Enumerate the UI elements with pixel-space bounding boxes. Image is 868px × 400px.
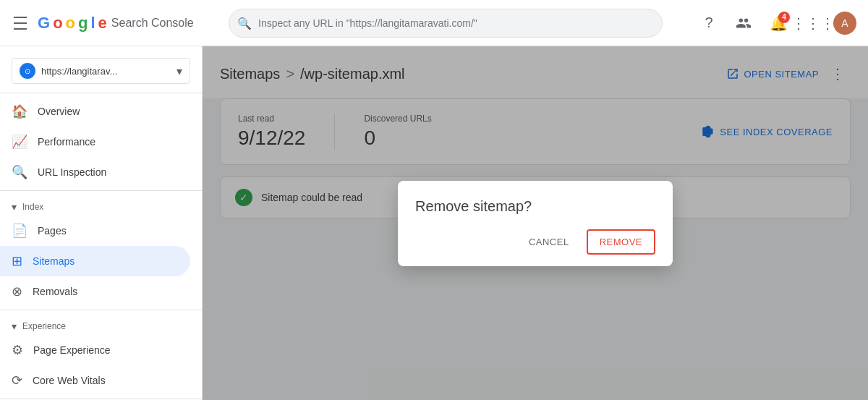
help-icon[interactable]: ? [694, 9, 723, 38]
property-url: https://langitarav... [41, 66, 171, 77]
app-title: Search Console [111, 17, 194, 30]
account-icon[interactable] [729, 9, 758, 38]
avatar[interactable]: A [833, 12, 856, 35]
sidebar-item-page-experience[interactable]: ⚙ Page Experience [0, 335, 190, 365]
pages-icon: 📄 [12, 223, 27, 239]
property-icon: ⊙ [20, 63, 35, 79]
sidebar-label-core-web-vitals: Core Web Vitals [33, 375, 106, 386]
dialog-overlay: Remove sitemap? CANCEL REMOVE [203, 46, 868, 400]
dialog-actions: CANCEL REMOVE [415, 229, 655, 255]
index-section-label: ▾ Index [0, 194, 202, 216]
app-logo: Google Search Console [38, 14, 194, 33]
home-icon: 🏠 [12, 103, 27, 119]
search-bar[interactable]: 🔍 [229, 9, 663, 38]
sidebar-label-removals: Removals [33, 286, 77, 297]
notifications-icon[interactable]: 🔔 4 [764, 9, 793, 38]
remove-sitemap-dialog: Remove sitemap? CANCEL REMOVE [398, 181, 673, 266]
experience-section-label: ▾ Experience [0, 313, 202, 335]
layout: ⊙ https://langitarav... ▾ 🏠 Overview 📈 P… [0, 46, 868, 400]
removals-icon: ⊗ [12, 284, 22, 299]
sidebar-label-performance: Performance [38, 136, 95, 148]
dialog-title: Remove sitemap? [415, 198, 655, 215]
sidebar-label-pages: Pages [38, 225, 67, 237]
property-selector[interactable]: ⊙ https://langitarav... ▾ [12, 58, 190, 84]
url-inspection-icon: 🔍 [12, 164, 27, 180]
sidebar-item-pages[interactable]: 📄 Pages [0, 216, 190, 246]
sidebar-label-url-inspection: URL Inspection [38, 166, 106, 178]
sitemaps-icon: ⊞ [12, 253, 22, 269]
experience-collapse-icon[interactable]: ▾ [12, 320, 17, 332]
sidebar-item-overview[interactable]: 🏠 Overview [0, 96, 190, 127]
sidebar-divider-4 [0, 399, 202, 399]
sidebar-label-overview: Overview [38, 106, 80, 117]
main-content: Sitemaps > /wp-sitemap.xml OPEN SITEMAP … [203, 46, 868, 400]
notification-badge: 4 [778, 12, 790, 23]
performance-icon: 📈 [12, 134, 27, 150]
property-dropdown-icon: ▾ [176, 64, 182, 78]
sidebar-divider-3 [0, 310, 202, 310]
apps-icon[interactable]: ⋮⋮⋮ [799, 9, 827, 38]
index-collapse-icon[interactable]: ▾ [12, 201, 17, 213]
nav-right: ? 🔔 4 ⋮⋮⋮ A [694, 9, 856, 38]
sidebar-item-sitemaps[interactable]: ⊞ Sitemaps [0, 246, 190, 276]
remove-button[interactable]: REMOVE [587, 229, 655, 255]
search-icon: 🔍 [237, 16, 252, 30]
sidebar-item-url-inspection[interactable]: 🔍 URL Inspection [0, 157, 190, 187]
search-input[interactable] [229, 9, 663, 38]
sidebar-label-sitemaps: Sitemaps [33, 255, 75, 267]
core-web-vitals-icon: ⟳ [12, 373, 22, 388]
sidebar-label-page-experience: Page Experience [33, 344, 111, 356]
page-experience-icon: ⚙ [12, 342, 23, 358]
cancel-button[interactable]: CANCEL [517, 229, 581, 255]
hamburger-icon[interactable] [12, 14, 29, 32]
sidebar-item-performance[interactable]: 📈 Performance [0, 127, 190, 157]
sidebar-divider-2 [0, 190, 202, 191]
sidebar-item-core-web-vitals[interactable]: ⟳ Core Web Vitals [0, 365, 190, 396]
sidebar: ⊙ https://langitarav... ▾ 🏠 Overview 📈 P… [0, 46, 203, 400]
top-nav: Google Search Console 🔍 ? 🔔 4 ⋮⋮⋮ A [0, 0, 868, 46]
sidebar-divider-1 [0, 93, 202, 93]
sidebar-item-removals[interactable]: ⊗ Removals [0, 276, 190, 307]
